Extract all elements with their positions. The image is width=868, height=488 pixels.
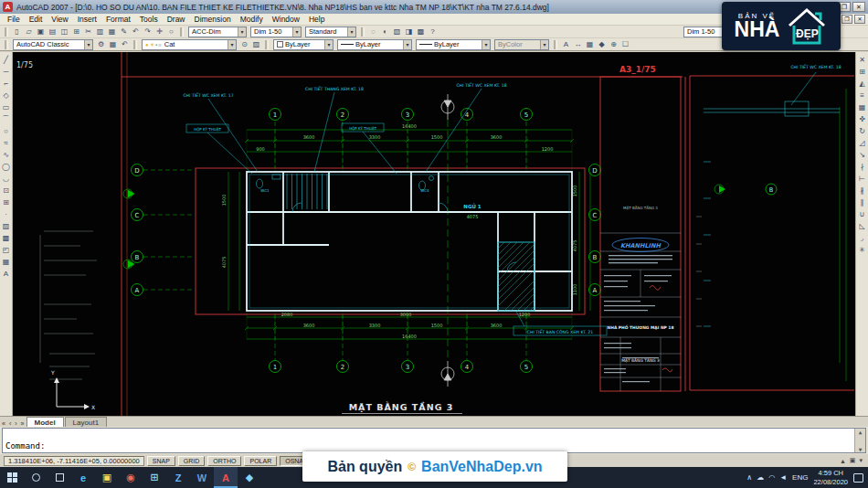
toolbar-icon-gradient[interactable]: ▩: [0, 232, 12, 244]
toolbar-icon-redo[interactable]: ↷: [142, 27, 153, 37]
toolbar-icon-save[interactable]: ▣: [35, 27, 47, 37]
drawing-area[interactable]: 12345 12345 DCBA DCBA 16400 360033001500…: [13, 52, 855, 416]
toolbar-icon-zoom-window[interactable]: ◌: [367, 27, 379, 37]
command-input[interactable]: Command: ▲ ▼: [2, 428, 866, 453]
lineweight-dropdown[interactable]: ByLayer ▾: [416, 39, 491, 50]
toggle-grid[interactable]: GRID: [178, 456, 206, 466]
toolbar-icon-insert-block[interactable]: ⊡: [0, 185, 12, 196]
toolbar-icon-line[interactable]: ╱: [0, 54, 12, 66]
toolbar-icon-dimension-style-manager[interactable]: ↔: [572, 39, 584, 50]
toolbar-icon-spline[interactable]: ∿: [0, 149, 12, 161]
taskbar-edge[interactable]: e: [71, 467, 95, 488]
clock[interactable]: 4:59 CH 22/08/2020: [813, 469, 848, 486]
toolbar-icon-array[interactable]: ▦: [856, 101, 868, 113]
dim-scale-dropdown[interactable]: Dim 1-50 ▾: [250, 27, 302, 37]
toolbar-icon-pan[interactable]: ✛: [153, 27, 165, 37]
tab-first-icon[interactable]: «: [0, 420, 7, 427]
toolbar-icon-mirror[interactable]: ◭: [856, 78, 868, 90]
doc-restore-button[interactable]: ❐: [842, 15, 852, 24]
menu-dimension[interactable]: Dimension: [190, 15, 236, 24]
toolbar-grip[interactable]: [133, 40, 137, 49]
toolbar-icon-explode[interactable]: ✳: [856, 244, 868, 256]
toolbar-icon-workspace-settings[interactable]: ⚙: [95, 39, 107, 50]
toolbar-icon-publish[interactable]: ⊞: [70, 27, 82, 37]
toolbar-grip[interactable]: [180, 27, 184, 37]
toolbar-grip[interactable]: [554, 40, 557, 49]
scroll-up-icon[interactable]: ▲: [859, 429, 863, 435]
toolbar-icon-cut[interactable]: ✂: [82, 27, 94, 37]
toolbar-icon-point[interactable]: ·: [0, 208, 12, 220]
toolbar-icon-new[interactable]: ▯: [11, 27, 23, 37]
toolbar-icon-construction-line[interactable]: ─: [0, 66, 12, 78]
taskbar-zalo[interactable]: Z: [166, 467, 190, 488]
scroll-down-icon[interactable]: ▼: [859, 446, 863, 452]
status-menu-icon[interactable]: ▾: [859, 457, 863, 464]
tab-layout1[interactable]: Layout1: [65, 417, 107, 427]
drawing-canvas[interactable]: 12345 12345 DCBA DCBA 16400 360033001500…: [13, 52, 855, 416]
toggle-snap[interactable]: SNAP: [147, 456, 175, 466]
toolbar-icon-copy-clip[interactable]: ▥: [94, 27, 106, 37]
menu-help[interactable]: Help: [304, 15, 329, 24]
toolbar-icon-hatch[interactable]: ▨: [0, 220, 12, 232]
onedrive-icon[interactable]: ☁: [757, 473, 764, 482]
toolbar-icon-extend[interactable]: ⊢: [856, 173, 868, 185]
toggle-polar[interactable]: POLAR: [244, 456, 277, 466]
toolbar-icon-multiline-text[interactable]: A: [0, 268, 12, 280]
toolbar-grip[interactable]: [361, 27, 365, 37]
language-indicator[interactable]: ENG: [792, 473, 808, 482]
toolbar-icon-make-block[interactable]: ⊞: [0, 196, 12, 208]
toolbar-icon-text-style-manager[interactable]: A: [560, 39, 572, 50]
menu-tools[interactable]: Tools: [135, 15, 163, 24]
toolbar-icon-undo[interactable]: ↶: [130, 27, 142, 37]
tab-model[interactable]: Model: [26, 417, 64, 427]
toolbar-icon-region[interactable]: ◰: [0, 244, 12, 256]
toolbar-icon-tool-palettes[interactable]: ▩: [415, 27, 427, 37]
toolbar-icon-join[interactable]: ∪: [856, 208, 868, 220]
doc-close-button[interactable]: ✕: [854, 15, 865, 24]
menu-edit[interactable]: Edit: [25, 15, 48, 24]
command-scrollbar[interactable]: ▲ ▼: [854, 429, 865, 452]
toolbar-icon-table-style[interactable]: ▦: [584, 39, 596, 50]
toggle-ortho[interactable]: ORTHO: [207, 456, 241, 466]
toolbar-icon-render[interactable]: ◆: [596, 39, 608, 50]
toolbar-icon-erase[interactable]: ✕: [856, 54, 868, 66]
menu-file[interactable]: File: [3, 15, 25, 24]
toolbar-icon-copy[interactable]: ⊞: [856, 66, 868, 78]
taskbar-file-explorer[interactable]: ▣: [95, 467, 119, 488]
toolbar-icon-paste[interactable]: ▦: [106, 27, 118, 37]
toolbar-lock-icon[interactable]: ▣: [850, 457, 856, 464]
toolbar-grip[interactable]: [5, 27, 8, 37]
toolbar-icon-zoom-realtime[interactable]: ○: [165, 27, 177, 37]
toolbar-icon-layer-previous[interactable]: ↶: [119, 39, 131, 50]
linetype-dropdown[interactable]: ByLayer ▾: [337, 39, 412, 50]
search-button[interactable]: [24, 467, 48, 488]
network-icon[interactable]: ◠: [768, 473, 775, 482]
toolbar-icon-layer-states[interactable]: ▨: [250, 39, 262, 50]
color-dropdown[interactable]: ByLayer ▾: [273, 39, 333, 50]
layer-dropdown[interactable]: ●☀▪■ Cat ▾: [142, 39, 237, 50]
toolbar-icon-circle[interactable]: ○: [0, 125, 12, 137]
toolbar-icon-named-views[interactable]: ☐: [619, 39, 631, 50]
toolbar-icon-layer-properties[interactable]: ▦: [107, 39, 119, 50]
toolbar-icon-table[interactable]: ▦: [0, 256, 12, 268]
toolbar-icon-make-object-layer-current[interactable]: ⊙: [238, 39, 250, 50]
text-style-dropdown[interactable]: Standard ▾: [305, 27, 356, 37]
toolbar-icon-trim[interactable]: ∤: [856, 161, 868, 173]
taskbar-word[interactable]: W: [190, 467, 214, 488]
toolbar-icon-break-at-point[interactable]: ∦: [856, 185, 868, 196]
toolbar-icon-plot[interactable]: ▤: [47, 27, 58, 37]
volume-icon[interactable]: ◄: [779, 473, 787, 482]
workspace-dropdown[interactable]: AutoCAD Classic ▾: [13, 39, 93, 50]
toolbar-icon-revision-cloud[interactable]: ≈: [0, 137, 12, 149]
taskbar-chrome[interactable]: ◉: [119, 467, 143, 488]
toolbar-grip[interactable]: [265, 40, 269, 49]
toolbar-icon-ellipse[interactable]: ◯: [0, 161, 12, 173]
toolbar-icon-help[interactable]: ?: [427, 27, 439, 37]
toolbar-icon-polygon[interactable]: ◇: [0, 90, 12, 101]
toolbar-icon-fillet[interactable]: ◞: [856, 232, 868, 244]
toolbar-icon-plot-preview[interactable]: ◫: [58, 27, 70, 37]
action-center-icon[interactable]: [853, 473, 863, 483]
toolbar-icon-match-properties[interactable]: ✎: [118, 27, 130, 37]
toolbar-icon-rectangle[interactable]: ▭: [0, 101, 12, 113]
toolbar-icon-design-center[interactable]: ◨: [403, 27, 415, 37]
